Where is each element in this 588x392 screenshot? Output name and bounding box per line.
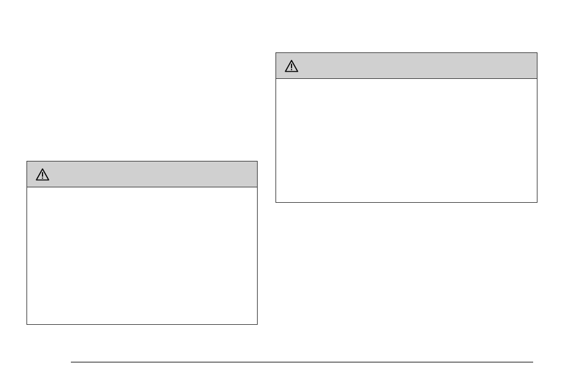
warning-triangle-icon (36, 168, 49, 181)
svg-point-3 (42, 177, 43, 178)
warning-panel-right (276, 52, 537, 203)
horizontal-rule (71, 362, 533, 362)
warning-triangle-icon (285, 60, 298, 72)
warning-panel-left (27, 161, 258, 325)
panel-header (276, 53, 537, 79)
panel-header (27, 161, 257, 187)
svg-point-1 (291, 68, 292, 70)
